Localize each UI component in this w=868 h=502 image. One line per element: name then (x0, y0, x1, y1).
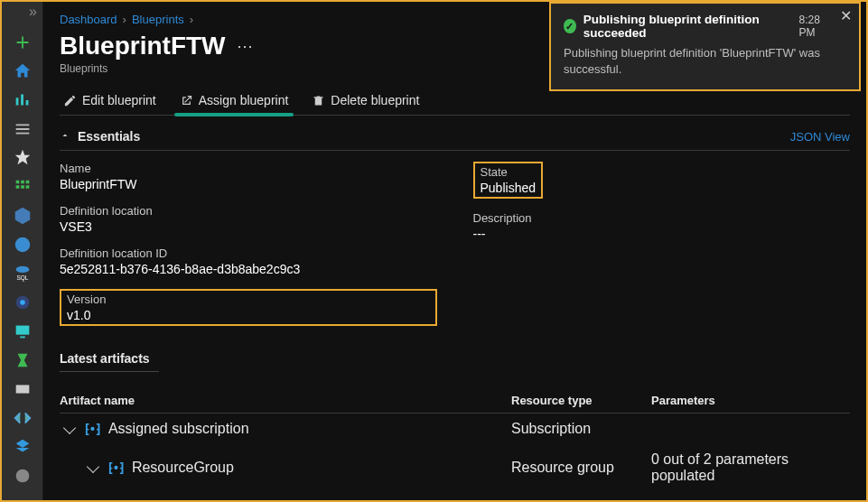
sidebar-app-icon[interactable] (13, 437, 33, 457)
desc-value: --- (473, 227, 851, 241)
toolbar: Edit blueprint Assign blueprint Delete b… (60, 91, 850, 116)
sidebar-storage-icon[interactable] (13, 379, 33, 399)
notification-toast: ✕ ✓ Publishing blueprint definition succ… (549, 2, 861, 91)
sidebar-code-icon[interactable] (13, 408, 33, 428)
sidebar-home-icon[interactable] (13, 61, 33, 81)
state-highlight: State Published (473, 162, 544, 199)
assign-label: Assign blueprint (199, 93, 289, 107)
edit-blueprint-button[interactable]: Edit blueprint (60, 91, 160, 109)
name-label: Name (60, 162, 437, 175)
sidebar-lb-icon[interactable] (13, 350, 33, 370)
sidebar-security-icon[interactable] (13, 466, 33, 486)
close-icon[interactable]: ✕ (840, 7, 852, 24)
desc-label: Description (473, 211, 851, 225)
table-row[interactable]: ⁅•⁆Assigned subscription Subscription (60, 414, 850, 444)
name-value: BlueprintFTW (60, 177, 437, 191)
sidebar-dashboard-icon[interactable] (13, 90, 33, 110)
svg-point-4 (20, 300, 25, 305)
version-highlight: Version v1.0 (60, 289, 437, 326)
page-title: BlueprintFTW (60, 32, 226, 60)
essentials-label: Essentials (78, 129, 140, 144)
resourcegroup-icon: ⁅•⁆ (108, 460, 125, 475)
resource-type: Subscription (511, 421, 651, 437)
sidebar-sql-icon[interactable]: SQL (13, 264, 33, 284)
notification-time: 8:28 PM (799, 14, 834, 39)
svg-rect-7 (15, 385, 29, 393)
sidebar-add-icon[interactable] (13, 33, 33, 52)
breadcrumb-sep: › (190, 13, 193, 26)
main-content: Dashboard › Blueprints › BlueprintFTW ⋯ … (43, 2, 866, 500)
artifact-name: ResourceGroup (132, 460, 234, 476)
breadcrumb-dashboard[interactable]: Dashboard (60, 13, 117, 26)
sidebar-menu-icon[interactable] (13, 119, 33, 139)
essentials-header[interactable]: Essentials JSON View (60, 128, 850, 151)
artifact-name: Assigned subscription (108, 421, 249, 437)
svg-point-1 (15, 266, 29, 273)
subscription-icon: ⁅•⁆ (85, 422, 101, 436)
col-params[interactable]: Parameters (651, 394, 850, 407)
chevron-down-icon[interactable] (87, 460, 99, 472)
chevron-down-icon[interactable] (63, 421, 76, 433)
table-header-row: Artifact name Resource type Parameters (60, 388, 850, 414)
table-row[interactable]: ⁅•⁆ResourceGroup Resource group 0 out of… (60, 444, 850, 491)
svg-rect-5 (15, 326, 29, 335)
svg-point-8 (15, 469, 29, 483)
defloc-label: Definition location (60, 204, 437, 218)
properties-grid: Name BlueprintFTW Definition location VS… (60, 162, 850, 326)
collapse-chevron-icon[interactable]: » (29, 4, 37, 20)
deflocid-value: 5e252811-b376-4136-b8ae-d3b8abe2c9c3 (60, 262, 437, 276)
notification-title: Publishing blueprint definition succeede… (583, 13, 792, 40)
breadcrumb-blueprints[interactable]: Blueprints (132, 13, 184, 26)
version-value: v1.0 (67, 308, 430, 322)
parameters-cell: 0 out of 2 parameters populated (651, 451, 850, 484)
assign-icon (180, 94, 193, 107)
defloc-value: VSE3 (60, 219, 437, 234)
edit-label: Edit blueprint (82, 93, 156, 107)
sidebar-vm-icon[interactable] (13, 321, 33, 341)
breadcrumb-sep: › (123, 13, 126, 26)
sidebar-globe-icon[interactable] (13, 235, 33, 255)
delete-blueprint-button[interactable]: Delete blueprint (308, 91, 423, 109)
delete-icon (312, 94, 325, 107)
assign-blueprint-button[interactable]: Assign blueprint (176, 91, 293, 109)
version-label: Version (67, 293, 430, 306)
notification-body: Publishing blueprint definition 'Bluepri… (564, 45, 834, 77)
artifacts-table: Artifact name Resource type Parameters ⁅… (60, 388, 850, 502)
json-view-link[interactable]: JSON View (790, 130, 850, 144)
sidebar-cube-icon[interactable] (13, 206, 33, 226)
sidebar-favorite-icon[interactable] (13, 148, 33, 168)
state-label: State (481, 165, 537, 179)
delete-label: Delete blueprint (331, 93, 419, 107)
resource-type: Resource group (511, 460, 651, 476)
chevron-up-icon (60, 128, 70, 144)
svg-point-0 (14, 237, 30, 253)
success-check-icon: ✓ (564, 19, 576, 33)
state-value: Published (481, 181, 537, 195)
left-navbar: » SQL (2, 2, 43, 500)
svg-text:SQL: SQL (16, 274, 28, 282)
pencil-icon (63, 94, 77, 107)
more-actions-icon[interactable]: ⋯ (233, 36, 257, 56)
sidebar-grid-icon[interactable] (13, 177, 33, 197)
artifacts-header: Latest artifacts (60, 351, 159, 372)
parameters-cell: 0 out of 1 parameters populated (651, 498, 850, 502)
col-restype[interactable]: Resource type (511, 394, 651, 407)
deflocid-label: Definition location ID (60, 246, 437, 260)
sidebar-cosmos-icon[interactable] (13, 293, 33, 312)
col-artifact[interactable]: Artifact name (60, 394, 511, 407)
table-row[interactable]: [User group or application name] : Contr… (60, 491, 850, 502)
svg-rect-6 (20, 337, 25, 339)
